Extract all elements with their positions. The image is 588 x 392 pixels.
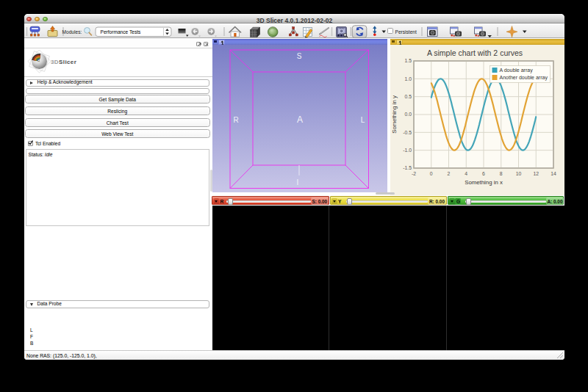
svg-text:-0.5: -0.5 xyxy=(403,130,412,135)
svg-text:Modules:: Modules: xyxy=(62,29,82,35)
svg-text:6: 6 xyxy=(482,171,485,176)
svg-text:10: 10 xyxy=(516,171,522,176)
svg-text:0.0: 0.0 xyxy=(405,112,412,117)
svg-text:Something in x: Something in x xyxy=(465,179,503,186)
svg-text:-1.0: -1.0 xyxy=(403,148,412,153)
svg-text:I: I xyxy=(297,178,299,186)
svg-text:A: A xyxy=(297,115,303,125)
svg-text:8: 8 xyxy=(500,171,503,176)
svg-text:0.5: 0.5 xyxy=(405,94,412,99)
svg-text:1.0: 1.0 xyxy=(405,76,412,81)
svg-text:-2: -2 xyxy=(412,171,416,176)
svg-text:4: 4 xyxy=(465,171,467,176)
svg-text:-1.5: -1.5 xyxy=(403,165,412,170)
svg-text:L: L xyxy=(361,116,365,124)
svg-text:12: 12 xyxy=(533,171,539,176)
svg-text:Something in y: Something in y xyxy=(391,95,398,134)
svg-text:S: S xyxy=(297,52,302,60)
svg-text:Performance Tests: Performance Tests xyxy=(101,29,142,35)
svg-text:Another double array: Another double array xyxy=(500,75,548,81)
svg-text:14: 14 xyxy=(551,171,556,176)
svg-text:2: 2 xyxy=(448,171,451,176)
svg-text:R: R xyxy=(233,116,238,124)
svg-text:A simple chart with 2 curves: A simple chart with 2 curves xyxy=(427,48,523,57)
svg-text:0: 0 xyxy=(430,171,433,176)
svg-text:Persistent: Persistent xyxy=(395,29,417,35)
svg-text:A double array: A double array xyxy=(500,68,534,73)
svg-text:1.5: 1.5 xyxy=(405,58,412,63)
